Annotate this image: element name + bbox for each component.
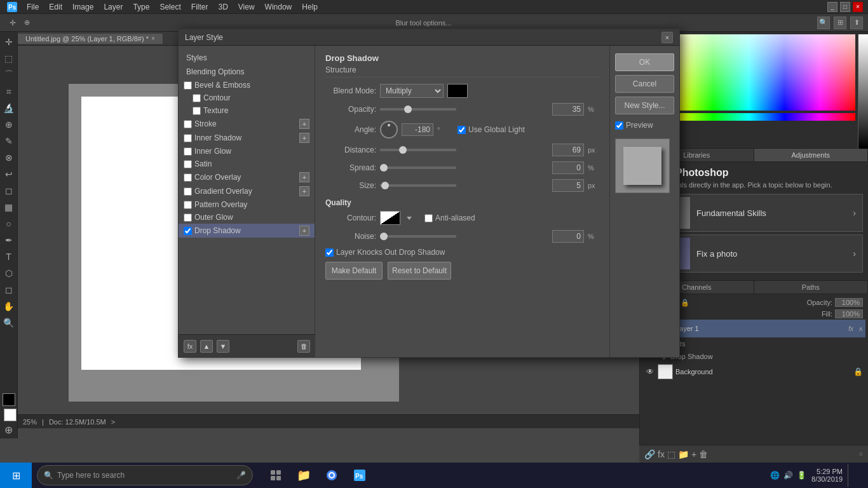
distance-slider[interactable]	[380, 149, 456, 151]
opacity-slider[interactable]	[380, 108, 456, 111]
taskbar-search-text: Type here to search	[57, 471, 125, 480]
structure-subtitle: Structure	[325, 65, 599, 78]
size-row: Size: px	[325, 179, 599, 192]
stroke-checkbox[interactable]	[184, 120, 192, 128]
contour-row[interactable]: Contour	[179, 92, 315, 104]
pattern-overlay-checkbox[interactable]	[184, 201, 192, 209]
cancel-btn[interactable]: Cancel	[615, 75, 674, 93]
drop-shadow-plus-btn[interactable]: +	[299, 226, 309, 236]
make-default-btn[interactable]: Make Default	[325, 262, 383, 280]
spread-input[interactable]	[552, 161, 584, 174]
texture-label: Texture	[203, 106, 309, 115]
reset-to-default-btn[interactable]: Reset to Default	[388, 262, 451, 280]
photoshop-window: Ps File Edit Image Layer Type Select Fil…	[0, 0, 868, 463]
default-buttons-row: Make Default Reset to Default	[325, 262, 599, 280]
color-overlay-checkbox[interactable]	[184, 173, 192, 182]
outer-glow-row[interactable]: Outer Glow	[179, 211, 315, 224]
file-explorer-btn[interactable]: 📁	[291, 463, 316, 488]
drop-shadow-label: Drop Shadow	[194, 226, 297, 235]
inner-glow-checkbox[interactable]	[184, 147, 192, 156]
satin-checkbox[interactable]	[184, 160, 192, 168]
bevel-emboss-label: Bevel & Emboss	[194, 81, 309, 90]
opacity-input[interactable]	[552, 103, 584, 116]
battery-icon[interactable]: 🔋	[797, 471, 806, 480]
system-icons: 🌐 🔊 🔋	[770, 471, 806, 480]
ps-taskbar-btn[interactable]: Ps	[347, 463, 372, 488]
stroke-label: Stroke	[194, 119, 297, 128]
satin-row[interactable]: Satin	[179, 158, 315, 170]
blending-options-item[interactable]: Blending Options	[179, 65, 315, 79]
shadow-color-swatch[interactable]	[447, 84, 468, 98]
opacity-row: Opacity: %	[325, 103, 599, 116]
use-global-light-checkbox[interactable]	[458, 126, 466, 134]
angle-input[interactable]	[402, 123, 433, 136]
start-button[interactable]: ⊞	[0, 463, 32, 488]
distance-input[interactable]	[552, 144, 584, 156]
taskbar-search[interactable]: 🔍 Type here to search 🎤	[37, 465, 253, 485]
anti-aliased-checkbox[interactable]	[424, 214, 433, 222]
drop-shadow-row[interactable]: Drop Shadow +	[179, 224, 315, 238]
dialog-body: Styles Blending Options Bevel & Emboss C…	[179, 46, 679, 357]
inner-glow-row[interactable]: Inner Glow	[179, 145, 315, 158]
gradient-overlay-checkbox[interactable]	[184, 187, 192, 196]
noise-slider[interactable]	[380, 235, 456, 238]
size-input[interactable]	[552, 179, 584, 192]
network-icon[interactable]: 🌐	[770, 471, 780, 480]
gradient-overlay-row[interactable]: Gradient Overlay +	[179, 184, 315, 198]
pattern-overlay-row[interactable]: Pattern Overlay	[179, 198, 315, 211]
inner-shadow-plus-btn[interactable]: +	[299, 133, 309, 143]
dialog-titlebar: Layer Style ×	[179, 29, 679, 46]
angle-dial[interactable]	[380, 121, 398, 139]
show-desktop-btn[interactable]	[848, 464, 860, 487]
ok-btn[interactable]: OK	[615, 53, 674, 71]
distance-slider-container	[380, 149, 548, 151]
inner-shadow-row[interactable]: Inner Shadow +	[179, 131, 315, 145]
drop-shadow-checkbox[interactable]	[184, 227, 192, 235]
voice-search-icon: 🎤	[236, 471, 246, 480]
angle-label: Angle:	[325, 125, 376, 134]
drop-shadow-section-title: Drop Shadow	[325, 53, 599, 63]
texture-row[interactable]: Texture	[179, 104, 315, 117]
move-down-icon[interactable]: ▼	[217, 340, 229, 353]
contour-swatch[interactable]	[380, 211, 400, 225]
color-overlay-row[interactable]: Color Overlay +	[179, 170, 315, 184]
new-style-btn[interactable]: New Style...	[615, 97, 674, 114]
color-overlay-label: Color Overlay	[194, 173, 297, 182]
chrome-btn[interactable]	[319, 463, 344, 488]
gradient-overlay-label: Gradient Overlay	[194, 187, 297, 196]
task-view-btn[interactable]	[263, 463, 288, 488]
preview-checkbox[interactable]	[615, 121, 623, 130]
gradient-overlay-plus-btn[interactable]: +	[299, 186, 309, 196]
clock[interactable]: 5:29 PM 8/30/2019	[811, 468, 843, 483]
svg-rect-3	[271, 470, 275, 475]
texture-checkbox[interactable]	[193, 107, 201, 115]
contour-checkbox[interactable]	[193, 94, 201, 102]
color-overlay-plus-btn[interactable]: +	[299, 172, 309, 182]
blend-mode-select[interactable]: Multiply Normal Screen	[380, 84, 444, 98]
noise-input[interactable]	[552, 230, 584, 243]
volume-icon[interactable]: 🔊	[783, 471, 793, 480]
svg-text:Ps: Ps	[355, 473, 363, 480]
size-slider[interactable]	[380, 184, 456, 187]
outer-glow-checkbox[interactable]	[184, 214, 192, 222]
use-global-light-label: Use Global Light	[468, 125, 525, 134]
spread-slider[interactable]	[380, 166, 456, 169]
move-up-icon[interactable]: ▲	[200, 340, 213, 353]
dialog-content: Drop Shadow Structure Blend Mode: Multip…	[315, 46, 609, 357]
stroke-row[interactable]: Stroke +	[179, 117, 315, 131]
spread-slider-container	[380, 166, 548, 169]
distance-label: Distance:	[325, 146, 376, 154]
layer-style-dialog: Layer Style × Styles Blending Options Be…	[178, 29, 680, 358]
delete-style-icon[interactable]: 🗑	[297, 340, 310, 353]
fx-icon[interactable]: fx	[184, 340, 196, 353]
angle-row: Angle: ° Use Global Light	[325, 121, 599, 139]
layer-knocks-out-checkbox[interactable]	[325, 248, 334, 257]
bevel-emboss-row[interactable]: Bevel & Emboss	[179, 79, 315, 92]
contour-label: Contour:	[325, 214, 376, 222]
bevel-emboss-checkbox[interactable]	[184, 81, 192, 90]
dialog-close-btn[interactable]: ×	[661, 32, 673, 43]
inner-shadow-checkbox[interactable]	[184, 134, 192, 142]
stroke-plus-btn[interactable]: +	[299, 119, 309, 129]
contour-dropdown-arrow[interactable]	[405, 214, 413, 222]
styles-header[interactable]: Styles	[179, 51, 315, 65]
